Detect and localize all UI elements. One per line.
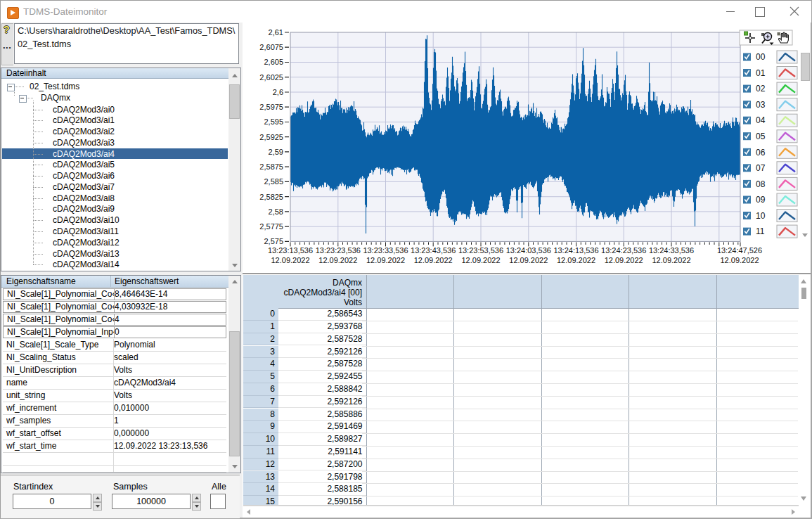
svg-text:12.09.2022: 12.09.2022 (557, 256, 595, 264)
svg-text:01: 01 (756, 68, 766, 78)
svg-text:13:24:13,536: 13:24:13,536 (553, 246, 598, 255)
svg-text:2,59: 2,59 (269, 148, 283, 156)
svg-text:2,595: 2,595 (264, 117, 283, 126)
svg-text:2,5775: 2,5775 (259, 222, 283, 231)
svg-text:02: 02 (756, 84, 766, 94)
svg-text:09: 09 (756, 195, 766, 205)
svg-text:2,6075: 2,6075 (259, 43, 283, 51)
svg-text:12.09.2022: 12.09.2022 (605, 256, 643, 264)
svg-text:12.09.2022: 12.09.2022 (414, 256, 453, 264)
svg-text:13:24:47,526: 13:24:47,526 (717, 246, 762, 255)
svg-text:2,605: 2,605 (264, 58, 283, 66)
svg-text:2,5875: 2,5875 (259, 162, 283, 171)
svg-text:13:23:13,536: 13:23:13,536 (268, 246, 313, 255)
svg-text:12.09.2022: 12.09.2022 (271, 256, 309, 264)
svg-text:13:23:43,536: 13:23:43,536 (411, 246, 456, 255)
svg-text:05: 05 (756, 132, 766, 141)
svg-text:2,585: 2,585 (264, 177, 283, 186)
svg-text:2,575: 2,575 (264, 237, 283, 245)
svg-text:13:23:33,536: 13:23:33,536 (363, 246, 408, 255)
svg-text:08: 08 (756, 179, 766, 189)
svg-text:12.09.2022: 12.09.2022 (461, 256, 500, 264)
svg-text:2,5825: 2,5825 (259, 193, 283, 201)
svg-text:12.09.2022: 12.09.2022 (366, 256, 405, 264)
svg-text:00: 00 (756, 52, 766, 62)
svg-text:04: 04 (756, 115, 766, 125)
svg-text:13:23:53,536: 13:23:53,536 (458, 246, 503, 255)
svg-text:13:24:33,536: 13:24:33,536 (649, 246, 694, 255)
svg-text:03: 03 (756, 100, 766, 110)
svg-text:2,6025: 2,6025 (259, 73, 283, 82)
svg-text:2,5925: 2,5925 (259, 133, 283, 141)
svg-text:10: 10 (756, 211, 766, 221)
svg-text:07: 07 (756, 163, 766, 173)
svg-text:2,58: 2,58 (269, 207, 283, 216)
svg-text:12.09.2022: 12.09.2022 (509, 256, 548, 264)
svg-text:06: 06 (756, 148, 766, 158)
svg-text:11: 11 (756, 226, 765, 236)
svg-text:12.09.2022: 12.09.2022 (720, 256, 759, 264)
svg-text:12.09.2022: 12.09.2022 (318, 256, 357, 264)
svg-text:12.09.2022: 12.09.2022 (652, 256, 690, 264)
svg-text:13:24:03,536: 13:24:03,536 (506, 246, 551, 255)
svg-text:2,5975: 2,5975 (259, 103, 283, 111)
svg-text:13:24:23,536: 13:24:23,536 (601, 246, 646, 255)
svg-text:2,6: 2,6 (273, 88, 283, 96)
svg-text:13:23:23,536: 13:23:23,536 (316, 246, 361, 255)
svg-text:2,61: 2,61 (269, 28, 283, 37)
